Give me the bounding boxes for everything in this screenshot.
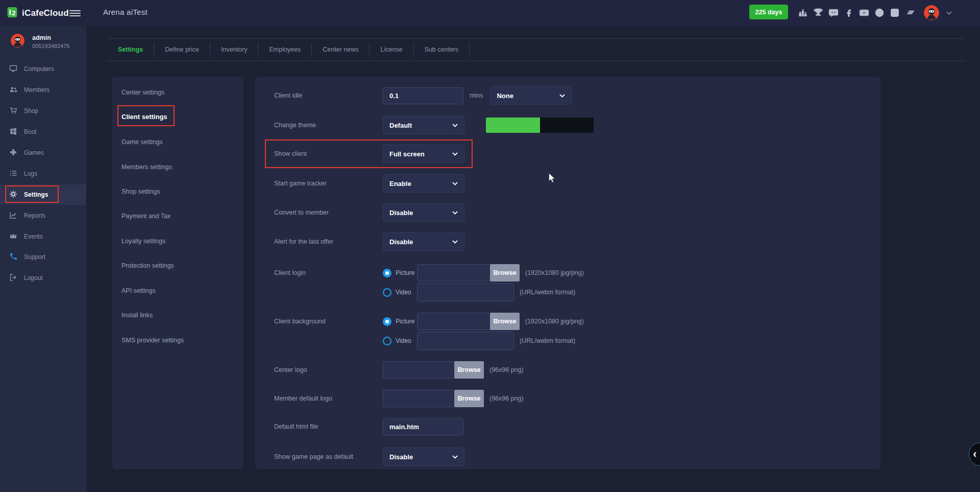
sidebar-item-shop[interactable]: Shop [0,101,86,121]
nav-item-members-settings[interactable]: Members settings [112,157,243,177]
youtube-icon[interactable] [859,8,869,18]
tab-sub-centers[interactable]: Sub centers [414,39,470,61]
facebook-icon[interactable] [843,8,854,18]
client-login-video-input[interactable] [417,283,514,301]
member-default-logo-browse-button[interactable]: Browse [454,390,484,407]
collapse-panel-button[interactable]: ‹ [969,442,980,466]
nav-item-game-settings[interactable]: Game settings [112,132,243,152]
sidebar-item-members[interactable]: Members [0,80,86,100]
chevron-down-icon [452,152,458,156]
client-background-video-input[interactable] [417,332,514,350]
client-login-picture-browse-button[interactable]: Browse [490,264,520,282]
picture-format-hint: (1920x1080 jpg/png) [525,269,584,276]
nav-item-client-settings[interactable]: Client settings [112,107,243,127]
nav-item-api-settings[interactable]: API settings [112,280,243,301]
tab-settings[interactable]: Settings [107,39,154,61]
sidebar-item-label: Games [24,149,44,156]
default-html-file-input[interactable] [383,418,463,435]
client-idle-action-select[interactable]: None [490,86,572,105]
globe-icon[interactable] [874,8,885,18]
field-label: Client login [274,264,383,282]
icafe-menu-icon[interactable] [904,8,915,18]
sidebar-item-boot[interactable]: Boot [0,122,86,142]
client-idle-input[interactable] [383,87,463,104]
tab-inventory[interactable]: Inventory [210,39,258,61]
topbar: 2 iCafeCloud Arena aiTest 225 days [0,0,980,26]
sidebar-item-label: Computers [24,65,54,73]
client-background-picture-radio[interactable] [383,317,391,326]
sidebar-item-logout[interactable]: Logout [0,268,86,288]
page-title: Arena aiTest [103,8,148,16]
field-label: Center logo [274,366,383,373]
alert-last-offer-select[interactable]: Disable [383,232,464,251]
tab-license[interactable]: License [370,39,413,61]
video-format-hint: (URL/webm format) [520,337,575,344]
nav-item-sms-provider-settings[interactable]: SMS provider settings [112,330,243,350]
member-default-logo-input[interactable] [383,390,454,407]
picture-option-label: Picture [396,269,417,276]
chevron-down-icon [452,211,458,215]
phone-icon [9,252,17,262]
nav-item-shop-settings[interactable]: Shop settings [112,181,243,202]
nav-item-payment-and-tax[interactable]: Payment and Tax [112,206,243,226]
leaderboard-icon[interactable] [797,8,808,18]
client-background-picture-browse-button[interactable]: Browse [490,313,520,330]
sidebar-item-logs[interactable]: Logs [0,163,86,184]
show-game-page-select[interactable]: Disable [383,448,464,466]
client-login-picture-radio[interactable] [383,269,391,277]
sidebar-item-computers[interactable]: Computers [0,59,86,79]
user-avatar[interactable] [924,5,939,20]
select-value: Default [389,122,412,129]
tab-center-news[interactable]: Center news [312,39,369,61]
sidebar-item-settings[interactable]: Settings [0,184,86,205]
change-theme-select[interactable]: Default [383,116,464,134]
sidebar-item-label: Events [24,233,43,240]
svg-text:2: 2 [12,9,16,17]
app-logo[interactable]: 2 iCafeCloud [6,6,69,20]
profile-block[interactable]: admin 005193482475 [0,32,86,56]
row-show-game-page: Show game page as default Disable [274,448,868,466]
row-member-default-logo: Member default logo Browse (96x96 png) [274,389,868,408]
nav-item-install-links[interactable]: Install links [112,305,243,325]
nav-item-center-settings[interactable]: Center settings [112,82,243,103]
tab-define-price[interactable]: Define price [154,39,210,61]
field-label: Alert for the last offer [274,238,383,245]
video-option-label: Video [396,289,417,296]
center-logo-input[interactable] [383,361,454,379]
row-client-background: Client background Picture Browse (1920x1… [274,312,868,350]
client-login-picture-input[interactable] [417,264,490,282]
sidebar-item-reports[interactable]: Reports [0,205,86,226]
windows-icon [9,127,17,137]
hamburger-menu-icon[interactable] [69,9,81,18]
cart-icon [9,106,17,116]
field-label: Change theme [274,122,383,129]
trophy-icon[interactable] [813,8,823,18]
show-client-select[interactable]: Full screen [383,145,464,163]
nav-item-protection-settings[interactable]: Protection settings [112,255,243,276]
sidebar: admin 005193482475 Computers Members Sho… [0,26,86,492]
license-days-badge[interactable]: 225 days [749,5,788,19]
picture-format-hint: (1920x1080 jpg/png) [525,318,584,325]
chevron-down-icon [452,455,458,459]
field-label: Convert to member [274,209,383,216]
center-logo-browse-button[interactable]: Browse [454,361,484,379]
avatar-chevron-down-icon[interactable] [946,11,952,15]
convert-to-member-select[interactable]: Disable [383,203,464,222]
sidebar-item-games[interactable]: Games [0,143,86,163]
client-background-picture-input[interactable] [417,313,490,330]
crown-icon [9,232,17,242]
client-login-video-radio[interactable] [383,288,391,297]
start-game-tracker-select[interactable]: Enable [383,174,464,193]
sidebar-item-support[interactable]: Support [0,247,86,267]
theme-color-preview [486,118,594,133]
icafe-pay-icon[interactable] [889,8,900,18]
sidebar-item-label: Reports [24,212,45,219]
tab-divider [469,43,470,57]
tab-employees[interactable]: Employees [258,39,311,61]
discord-icon[interactable] [828,8,839,18]
theme-black-swatch [540,118,594,133]
nav-item-loyalty-settings[interactable]: Loyalty settings [112,231,243,251]
sidebar-item-events[interactable]: Events [0,226,86,247]
client-background-video-radio[interactable] [383,337,391,345]
sidebar-item-label: Logs [24,170,37,177]
